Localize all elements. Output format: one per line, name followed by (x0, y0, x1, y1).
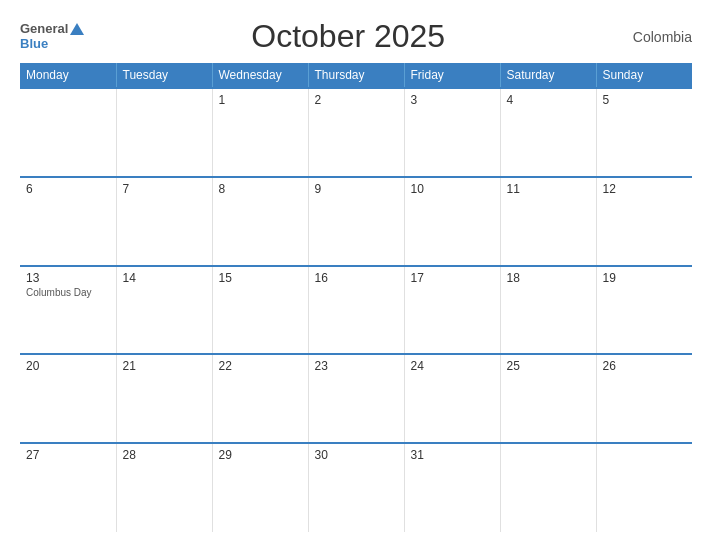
day-cell: 7 (116, 177, 212, 266)
day-cell: 13Columbus Day (20, 266, 116, 355)
day-cell: 5 (596, 88, 692, 177)
day-number: 6 (26, 182, 110, 196)
day-number: 4 (507, 93, 590, 107)
day-cell: 10 (404, 177, 500, 266)
day-cell: 1 (212, 88, 308, 177)
day-cell (20, 88, 116, 177)
day-cell: 11 (500, 177, 596, 266)
day-cell (500, 443, 596, 532)
country-label: Colombia (612, 29, 692, 45)
day-cell (116, 88, 212, 177)
day-number: 31 (411, 448, 494, 462)
day-cell: 16 (308, 266, 404, 355)
calendar-header: General Blue October 2025 Colombia (20, 18, 692, 55)
day-number: 20 (26, 359, 110, 373)
day-number: 8 (219, 182, 302, 196)
day-cell: 15 (212, 266, 308, 355)
col-header-monday: Monday (20, 63, 116, 88)
calendar-table: MondayTuesdayWednesdayThursdayFridaySatu… (20, 63, 692, 532)
day-cell: 8 (212, 177, 308, 266)
logo-triangle-icon (70, 23, 84, 35)
day-cell: 9 (308, 177, 404, 266)
day-cell: 14 (116, 266, 212, 355)
logo-general-text: General (20, 22, 68, 36)
day-number: 16 (315, 271, 398, 285)
day-number: 25 (507, 359, 590, 373)
day-cell: 17 (404, 266, 500, 355)
day-number: 2 (315, 93, 398, 107)
day-number: 13 (26, 271, 110, 285)
day-cell: 27 (20, 443, 116, 532)
col-header-wednesday: Wednesday (212, 63, 308, 88)
day-number: 22 (219, 359, 302, 373)
month-title: October 2025 (84, 18, 612, 55)
day-cell: 21 (116, 354, 212, 443)
day-number: 18 (507, 271, 590, 285)
logo: General Blue (20, 22, 84, 51)
calendar-header-row: MondayTuesdayWednesdayThursdayFridaySatu… (20, 63, 692, 88)
week-row-3: 13Columbus Day141516171819 (20, 266, 692, 355)
day-cell: 22 (212, 354, 308, 443)
page: General Blue October 2025 Colombia Monda… (0, 0, 712, 550)
day-number: 17 (411, 271, 494, 285)
day-number: 23 (315, 359, 398, 373)
day-cell: 12 (596, 177, 692, 266)
day-cell: 19 (596, 266, 692, 355)
day-number: 15 (219, 271, 302, 285)
week-row-5: 2728293031 (20, 443, 692, 532)
day-number: 24 (411, 359, 494, 373)
day-cell: 20 (20, 354, 116, 443)
day-cell: 6 (20, 177, 116, 266)
logo-blue-text: Blue (20, 37, 48, 51)
day-number: 19 (603, 271, 687, 285)
day-cell (596, 443, 692, 532)
day-number: 12 (603, 182, 687, 196)
week-row-2: 6789101112 (20, 177, 692, 266)
day-number: 21 (123, 359, 206, 373)
day-number: 28 (123, 448, 206, 462)
day-number: 30 (315, 448, 398, 462)
day-number: 14 (123, 271, 206, 285)
day-number: 1 (219, 93, 302, 107)
col-header-sunday: Sunday (596, 63, 692, 88)
day-cell: 23 (308, 354, 404, 443)
day-number: 11 (507, 182, 590, 196)
day-cell: 3 (404, 88, 500, 177)
day-cell: 25 (500, 354, 596, 443)
day-cell: 24 (404, 354, 500, 443)
col-header-tuesday: Tuesday (116, 63, 212, 88)
day-event: Columbus Day (26, 287, 110, 298)
day-cell: 2 (308, 88, 404, 177)
day-number: 26 (603, 359, 687, 373)
day-cell: 29 (212, 443, 308, 532)
day-cell: 18 (500, 266, 596, 355)
day-number: 27 (26, 448, 110, 462)
day-cell: 4 (500, 88, 596, 177)
day-number: 29 (219, 448, 302, 462)
day-number: 9 (315, 182, 398, 196)
col-header-thursday: Thursday (308, 63, 404, 88)
week-row-4: 20212223242526 (20, 354, 692, 443)
day-number: 10 (411, 182, 494, 196)
col-header-friday: Friday (404, 63, 500, 88)
day-number: 3 (411, 93, 494, 107)
day-cell: 28 (116, 443, 212, 532)
day-number: 5 (603, 93, 687, 107)
day-cell: 31 (404, 443, 500, 532)
day-number: 7 (123, 182, 206, 196)
day-cell: 30 (308, 443, 404, 532)
week-row-1: 12345 (20, 88, 692, 177)
day-cell: 26 (596, 354, 692, 443)
col-header-saturday: Saturday (500, 63, 596, 88)
